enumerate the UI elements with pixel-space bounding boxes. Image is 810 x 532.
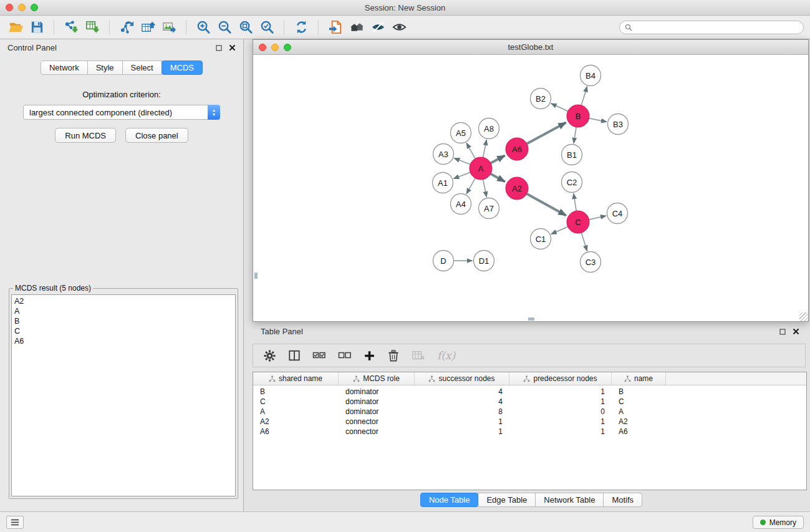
show-all-button[interactable] <box>388 18 410 37</box>
column-header-shared-name[interactable]: shared name <box>253 372 339 385</box>
tab-style[interactable]: Style <box>87 60 123 75</box>
edge-C-C3[interactable] <box>581 233 587 251</box>
node-A7[interactable]: A7 <box>479 198 499 219</box>
tab-edge-table[interactable]: Edge Table <box>478 493 536 507</box>
minimize-window-button[interactable] <box>271 44 279 51</box>
run-mcds-button[interactable]: Run MCDS <box>55 128 116 143</box>
node-B1[interactable]: B1 <box>562 145 582 165</box>
window-resize-grip[interactable] <box>799 312 808 321</box>
network-canvas[interactable]: B4B2BB3A5A8A6B1A3AC2A1A2A4A7C4CC1C3DD1 <box>253 55 808 321</box>
table-row[interactable]: A6connector11A6 <box>253 427 806 437</box>
node-C3[interactable]: C3 <box>581 252 601 273</box>
save-session-button[interactable] <box>26 18 47 37</box>
column-header-MCDS-role[interactable]: MCDS role <box>339 372 415 385</box>
optimization-criterion-dropdown[interactable]: largest connected component (directed) ▲… <box>23 105 220 120</box>
column-header-name[interactable]: name <box>612 372 666 385</box>
create-column-button[interactable] <box>364 347 375 364</box>
table-row[interactable]: Adominator80A <box>253 407 806 417</box>
close-panel-icon[interactable] <box>229 44 236 51</box>
zoom-out-button[interactable] <box>214 18 235 37</box>
close-window-button[interactable] <box>259 44 266 51</box>
import-table-button[interactable] <box>82 18 103 37</box>
tab-node-table[interactable]: Node Table <box>420 493 479 507</box>
node-B4[interactable]: B4 <box>581 65 601 86</box>
node-B2[interactable]: B2 <box>531 89 551 109</box>
export-image-button[interactable] <box>158 18 180 37</box>
node-A8[interactable]: A8 <box>479 118 499 139</box>
mcds-result-item[interactable]: C <box>14 326 233 336</box>
close-panel-icon[interactable] <box>793 328 799 335</box>
network-from-file-button[interactable] <box>325 18 346 37</box>
tab-motifs[interactable]: Motifs <box>603 493 642 507</box>
float-panel-icon[interactable] <box>779 329 786 335</box>
cell-name[interactable]: A <box>612 407 666 416</box>
column-header-successor-nodes[interactable]: successor nodes <box>415 372 509 385</box>
cell-shared-name[interactable]: C <box>253 397 339 406</box>
cell-predecessor-nodes[interactable]: 0 <box>509 407 612 416</box>
cell-MCDS-role[interactable]: dominator <box>339 407 415 416</box>
cell-successor-nodes[interactable]: 1 <box>415 427 509 436</box>
float-panel-icon[interactable] <box>216 45 222 51</box>
edge-C-C1[interactable] <box>551 226 568 234</box>
zoom-selected-button[interactable] <box>256 18 277 37</box>
open-file-button[interactable] <box>5 18 26 37</box>
node-A[interactable]: A <box>470 157 492 180</box>
select-all-button[interactable] <box>312 347 326 364</box>
node-C2[interactable]: C2 <box>562 172 582 193</box>
edge-A-A6[interactable] <box>491 155 505 163</box>
zoom-fit-button[interactable] <box>235 18 256 37</box>
tab-select[interactable]: Select <box>122 60 162 75</box>
zoom-window-button[interactable] <box>31 4 38 11</box>
minimize-window-button[interactable] <box>18 4 26 11</box>
deselect-all-button[interactable] <box>338 347 352 364</box>
cell-MCDS-role[interactable]: dominator <box>339 397 415 406</box>
node-A2[interactable]: A2 <box>506 177 528 200</box>
export-network-button[interactable] <box>116 18 137 37</box>
table-row[interactable]: Bdominator41B <box>253 387 806 397</box>
node-C1[interactable]: C1 <box>531 229 551 249</box>
edge-B-B4[interactable] <box>581 87 587 105</box>
hide-selected-button[interactable] <box>367 18 388 37</box>
table-settings-button[interactable] <box>263 347 276 364</box>
cell-successor-nodes[interactable]: 1 <box>415 417 509 426</box>
edge-B-B2[interactable] <box>551 104 568 112</box>
close-panel-button[interactable]: Close panel <box>125 128 188 143</box>
tab-network[interactable]: Network <box>41 60 88 75</box>
node-A6[interactable]: A6 <box>506 138 528 160</box>
zoom-window-button[interactable] <box>284 44 291 51</box>
cell-predecessor-nodes[interactable]: 1 <box>509 417 612 426</box>
table-row[interactable]: A2connector11A2 <box>253 417 806 427</box>
search-input[interactable] <box>619 21 804 34</box>
cell-name[interactable]: A2 <box>612 417 666 426</box>
cell-name[interactable]: B <box>612 387 666 396</box>
node-D[interactable]: D <box>433 251 454 271</box>
edge-B-B1[interactable] <box>574 127 576 143</box>
edge-A-A3[interactable] <box>454 158 470 165</box>
node-B[interactable]: B <box>567 105 589 127</box>
edge-A-A4[interactable] <box>466 178 475 194</box>
toggle-columns-button[interactable] <box>288 347 301 364</box>
edge-A2-C[interactable] <box>527 194 566 216</box>
edge-A-A7[interactable] <box>483 180 487 197</box>
cell-shared-name[interactable]: A <box>253 407 339 416</box>
function-builder-button[interactable]: f(x) <box>437 347 455 364</box>
edge-C-C2[interactable] <box>574 193 576 211</box>
node-D1[interactable]: D1 <box>474 251 494 271</box>
cell-shared-name[interactable]: A6 <box>253 427 339 436</box>
cell-predecessor-nodes[interactable]: 1 <box>509 397 612 406</box>
cell-successor-nodes[interactable]: 8 <box>415 407 509 416</box>
cell-successor-nodes[interactable]: 4 <box>415 387 509 396</box>
export-table-button[interactable] <box>137 18 158 37</box>
edge-A-A8[interactable] <box>483 140 487 157</box>
tab-mcds[interactable]: MCDS <box>162 60 203 75</box>
cell-shared-name[interactable]: A2 <box>253 417 339 426</box>
edge-A6-B[interactable] <box>527 122 566 143</box>
cell-name[interactable]: A6 <box>612 427 666 436</box>
column-header-predecessor-nodes[interactable]: predecessor nodes <box>509 372 612 385</box>
node-A4[interactable]: A4 <box>451 194 471 215</box>
cell-shared-name[interactable]: B <box>253 387 339 396</box>
cell-predecessor-nodes[interactable]: 1 <box>509 387 612 396</box>
tab-network-table[interactable]: Network Table <box>535 493 604 507</box>
edge-A-A1[interactable] <box>453 172 470 178</box>
node-A5[interactable]: A5 <box>451 123 471 143</box>
